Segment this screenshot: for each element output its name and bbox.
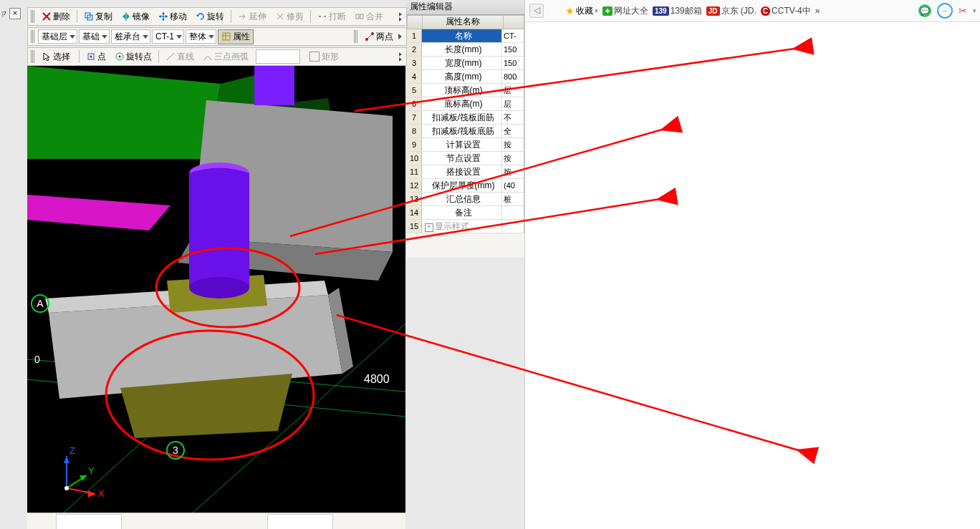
chevron-down-icon: [69, 35, 75, 39]
back-button[interactable]: ◁: [529, 4, 544, 18]
toolbar-overflow-icon[interactable]: [398, 34, 402, 39]
property-row[interactable]: 15+显示样式: [407, 220, 524, 233]
property-row[interactable]: 9计算设置按: [407, 138, 524, 152]
points-button[interactable]: 两点: [361, 29, 397, 44]
line-button[interactable]: 直线: [162, 49, 198, 64]
property-editor: 属性编辑器 属性名称 1名称CT-2长度(mm)1503宽度(mm)1504高度…: [407, 0, 524, 258]
mail139-button[interactable]: 139139邮箱: [653, 5, 702, 17]
merge-button[interactable]: 合并: [351, 9, 387, 24]
toolbar-select: 选择 点 旋转点 直线 三点画弧 矩形: [27, 47, 407, 66]
row-key: 扣减板/筏板底筋: [422, 125, 502, 137]
copy-label: 复制: [95, 11, 112, 23]
row-value[interactable]: 不: [502, 111, 524, 124]
row-value[interactable]: 150: [502, 43, 524, 56]
line-icon: [165, 52, 176, 62]
merge-label: 合并: [366, 11, 383, 23]
trim-icon: [275, 11, 285, 21]
expand-icon[interactable]: +: [425, 223, 433, 232]
filter-value: 整体: [189, 31, 206, 43]
row-key: 顶标高(m): [422, 84, 502, 97]
toolbar-grip[interactable]: [31, 50, 35, 63]
trim-button[interactable]: 修剪: [272, 9, 307, 24]
more-bookmarks[interactable]: »: [815, 6, 820, 16]
point-button[interactable]: 点: [82, 49, 110, 64]
property-row[interactable]: 12保护层厚度(mm)(40: [407, 179, 524, 193]
move-button[interactable]: 移动: [155, 9, 191, 24]
pin-close-bar: ㄗ ×: [0, 7, 24, 20]
empty-dropdown[interactable]: [256, 49, 300, 64]
property-row[interactable]: 4高度(mm)800: [407, 70, 524, 84]
row-value[interactable]: 桩: [502, 193, 524, 205]
row-value[interactable]: 按: [502, 165, 524, 178]
favorites-button[interactable]: ★收藏 ▾: [565, 5, 598, 17]
toolbar-grip[interactable]: [354, 30, 358, 43]
extend-button[interactable]: 延伸: [234, 9, 270, 24]
category-dropdown[interactable]: 基础: [79, 29, 110, 44]
fwd-button[interactable]: [548, 4, 561, 17]
arc-button[interactable]: 三点画弧: [199, 49, 254, 64]
cursor-icon: [42, 52, 52, 62]
move-label: 移动: [170, 11, 187, 23]
row-value[interactable]: (40: [502, 179, 524, 192]
minus-circle-icon[interactable]: −: [937, 3, 953, 19]
toolbar-grip[interactable]: [31, 10, 35, 23]
mirror-button[interactable]: 镜像: [117, 9, 153, 24]
row-value[interactable]: 150: [502, 57, 524, 69]
pivot-button[interactable]: 旋转点: [111, 49, 155, 64]
cctv-button[interactable]: CCCTV-4中: [761, 5, 811, 17]
property-row[interactable]: 14备注: [407, 206, 524, 220]
axis-node-3: 3: [173, 445, 178, 456]
row-value[interactable]: 层: [502, 84, 524, 97]
scissors-icon[interactable]: ✂: [959, 5, 967, 16]
property-row[interactable]: 6底标高(m)层: [407, 97, 524, 111]
property-row[interactable]: 7扣减板/筏板面筋不: [407, 111, 524, 125]
property-row[interactable]: 8扣减板/筏板底筋全: [407, 125, 524, 138]
filter-dropdown[interactable]: 整体: [186, 29, 216, 44]
property-row[interactable]: 1名称CT-: [407, 29, 524, 43]
chat-icon[interactable]: 💬: [918, 4, 931, 17]
property-row[interactable]: 13汇总信息桩: [407, 193, 524, 206]
row-value[interactable]: [502, 220, 524, 233]
copy-button[interactable]: 复制: [80, 9, 116, 24]
rotate-button[interactable]: 旋转: [192, 9, 228, 24]
delete-button[interactable]: 删除: [38, 9, 74, 24]
status-segment: [267, 514, 333, 529]
browser-pane: ◁ ★收藏 ▾ ✦网址大全 139139邮箱 JD京东 (JD. CCCTV-4…: [524, 0, 980, 529]
jd-button[interactable]: JD京东 (JD.: [706, 5, 756, 17]
break-button[interactable]: 打断: [314, 9, 350, 24]
layer-value: 基础层: [42, 31, 67, 43]
type-dropdown[interactable]: CT-1: [152, 29, 184, 44]
axis-label-a: A: [37, 298, 44, 309]
chevron-down-icon[interactable]: ▾: [973, 7, 976, 14]
attribute-button[interactable]: 属性: [218, 29, 254, 44]
toolbar-overflow-icon[interactable]: [399, 52, 402, 62]
row-value[interactable]: 按: [502, 152, 524, 165]
extend-label: 延伸: [249, 11, 266, 23]
rect-button[interactable]: 矩形: [306, 49, 342, 64]
m139-label: 139邮箱: [671, 5, 702, 17]
header-col-name[interactable]: 属性名称: [423, 16, 504, 29]
rotate-label: 旋转: [207, 11, 224, 23]
viewport-3d[interactable]: A 3 0 4800 Z Y X: [27, 66, 405, 526]
property-row[interactable]: 2长度(mm)150: [407, 43, 524, 57]
type-value: CT-1: [155, 31, 174, 42]
row-value[interactable]: 层: [502, 97, 524, 110]
chevron-down-icon: ▾: [595, 7, 598, 14]
row-value[interactable]: CT-: [502, 29, 524, 42]
row-value[interactable]: 800: [502, 70, 524, 83]
toolbar-grip[interactable]: [31, 30, 35, 43]
component-dropdown[interactable]: 桩承台: [111, 29, 150, 44]
site-nav-button[interactable]: ✦网址大全: [602, 5, 648, 17]
close-icon[interactable]: ×: [9, 8, 21, 19]
property-row[interactable]: 3宽度(mm)150: [407, 57, 524, 70]
row-value[interactable]: 全: [502, 125, 524, 137]
property-row[interactable]: 5顶标高(m)层: [407, 84, 524, 97]
toolbar-overflow-icon[interactable]: [399, 12, 402, 21]
row-value[interactable]: [502, 206, 524, 219]
row-key: 扣减板/筏板面筋: [422, 111, 502, 124]
row-value[interactable]: 按: [502, 138, 524, 151]
property-row[interactable]: 10节点设置按: [407, 152, 524, 165]
property-row[interactable]: 11搭接设置按: [407, 165, 524, 179]
select-button[interactable]: 选择: [38, 49, 76, 64]
layer-dropdown[interactable]: 基础层: [38, 29, 77, 44]
